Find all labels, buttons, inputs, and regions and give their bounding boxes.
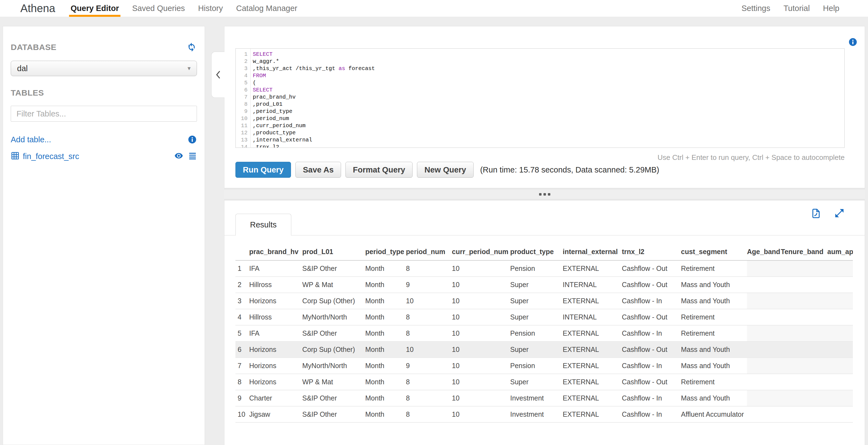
cell: 10 [452, 374, 510, 390]
table-properties-list-icon[interactable] [188, 151, 197, 161]
cell [781, 261, 827, 277]
code-line: ,trnx_l2 [253, 144, 844, 148]
cell: MyNorth/North [302, 309, 365, 325]
tab-catalog-manager[interactable]: Catalog Manager [230, 0, 304, 17]
nav-item-help[interactable]: Help [816, 4, 846, 13]
cell: Cashflow - In [622, 390, 681, 406]
code-line: ,curr_period_num [253, 122, 844, 129]
tab-saved-queries[interactable]: Saved Queries [125, 0, 191, 17]
cell: Affluent Accumulator [681, 406, 747, 422]
cell: Cashflow - In [622, 406, 681, 422]
cell: 10 [452, 261, 510, 277]
cell [747, 277, 781, 293]
cell: 10 [452, 406, 510, 422]
cell [747, 261, 781, 277]
cell: EXTERNAL [563, 374, 622, 390]
cell: Pension [510, 261, 563, 277]
cell [781, 293, 827, 309]
cell [827, 357, 853, 374]
code-line: SELECT [253, 87, 844, 94]
cell [747, 325, 781, 341]
line-number: 6 [236, 87, 248, 94]
cell: MyNorth/North [302, 357, 365, 374]
cell: Horizons [249, 374, 302, 390]
table-row: 6HorizonsCorp Sup (Other)Month1010SuperE… [236, 341, 853, 357]
drag-dots-icon [539, 193, 541, 196]
save-as-button[interactable]: Save As [296, 162, 341, 178]
new-query-button[interactable]: New Query [417, 162, 474, 178]
cell: EXTERNAL [563, 341, 622, 357]
cell: 10 [452, 293, 510, 309]
cell [827, 293, 853, 309]
cell: Month [365, 406, 406, 422]
line-number: 2 [236, 58, 248, 65]
format-query-button[interactable]: Format Query [345, 162, 412, 178]
cell: 8 [406, 261, 452, 277]
cell: 8 [406, 374, 452, 390]
line-number: 11 [236, 122, 248, 129]
refresh-icon[interactable] [186, 41, 197, 53]
results-table: prac_brand_hvprod_L01period_typeperiod_n… [236, 243, 853, 423]
cell: Super [510, 341, 563, 357]
column-header-tenure-band: Tenure_band [781, 243, 827, 261]
chevron-down-icon: ▾ [188, 65, 191, 72]
cell: 10 [452, 277, 510, 293]
table-row: 1IFAS&IP OtherMonth810PensionEXTERNALCas… [236, 261, 853, 277]
run-query-button[interactable]: Run Query [236, 162, 291, 178]
column-header-internal-external: internal_external [563, 243, 622, 261]
cell [747, 357, 781, 374]
table-name-link[interactable]: fin_forecast_src [23, 152, 79, 161]
tab-query-editor[interactable]: Query Editor [64, 0, 126, 17]
nav-item-settings[interactable]: Settings [735, 4, 777, 13]
cell: EXTERNAL [563, 357, 622, 374]
cell [781, 390, 827, 406]
table-row: 7HorizonsMyNorth/NorthMonth910PensionEXT… [236, 357, 853, 374]
code-line: FROM [253, 72, 844, 79]
code-line: prac_brand_hv [253, 94, 844, 101]
cell: Month [365, 325, 406, 341]
sql-code-editor[interactable]: 1234567891011121314 SELECTw_aggr.*,this_… [236, 48, 845, 148]
code-line: ,period_type [253, 108, 844, 115]
cell: Pension [510, 357, 563, 374]
column-header-trnx-l2: trnx_l2 [622, 243, 681, 261]
tab-results[interactable]: Results [236, 214, 291, 235]
cell [827, 341, 853, 357]
line-number: 9 [236, 108, 248, 115]
tab-history[interactable]: History [191, 0, 229, 17]
line-number-gutter: 1234567891011121314 [236, 48, 251, 147]
database-selected-value: dal [17, 64, 28, 73]
code-line: w_aggr.* [253, 58, 844, 65]
table-row: 9CharterS&IP OtherMonth810InvestmentEXTE… [236, 390, 853, 406]
cell: Horizons [249, 293, 302, 309]
app-logo: Athena [20, 2, 55, 14]
cell: Cashflow - Out [622, 261, 681, 277]
cell: IFA [249, 325, 302, 341]
cell: Investment [510, 406, 563, 422]
info-icon[interactable] [848, 37, 858, 48]
cell: 8 [406, 406, 452, 422]
nav-item-tutorial[interactable]: Tutorial [777, 4, 816, 13]
cell: Month [365, 277, 406, 293]
collapse-sidebar-button[interactable] [211, 52, 224, 98]
cell: S&IP Other [302, 390, 365, 406]
cell: 9 [406, 357, 452, 374]
table-row: 8HorizonsWP & MatMonth810SuperEXTERNALCa… [236, 374, 853, 390]
cell [827, 390, 853, 406]
line-number: 13 [236, 137, 248, 144]
column-header-product-type: product_type [510, 243, 563, 261]
cell: Super [510, 293, 563, 309]
row-number-cell: 7 [236, 357, 249, 374]
column-header-aum-ap: aum_ap [827, 243, 853, 261]
cell: 8 [406, 325, 452, 341]
database-select[interactable]: dal ▾ [11, 61, 197, 76]
info-icon[interactable] [188, 135, 197, 144]
code-line: ,prod_L01 [253, 101, 844, 108]
cell: S&IP Other [302, 325, 365, 341]
panel-resize-handle[interactable] [224, 189, 865, 200]
cell: Month [365, 341, 406, 357]
preview-table-eye-icon[interactable] [174, 151, 183, 161]
filter-tables-input[interactable] [11, 106, 197, 122]
code-line: ,this_yr_act /this_yr_tgt as forecast [253, 65, 844, 72]
row-number-cell: 6 [236, 341, 249, 357]
add-table-link[interactable]: Add table... [11, 135, 51, 144]
